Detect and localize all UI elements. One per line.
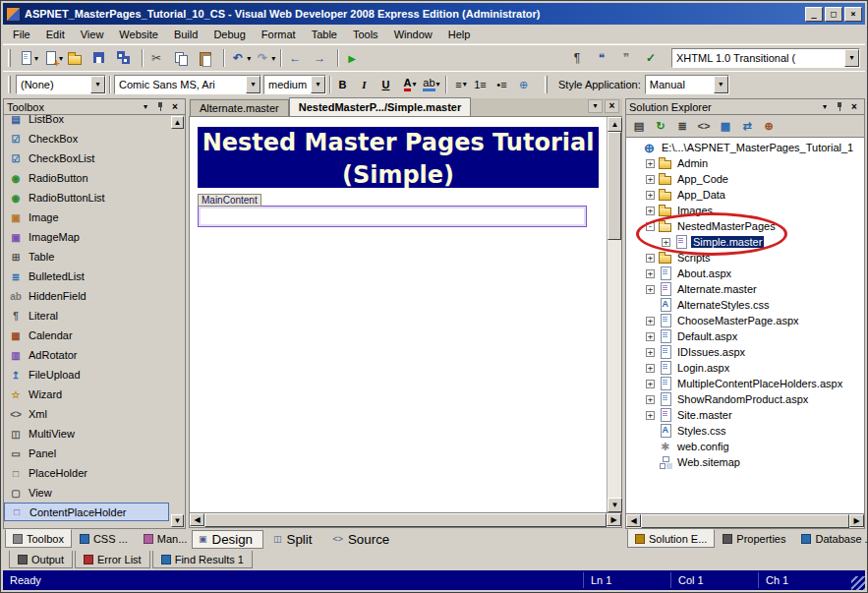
- design-view-button[interactable]: ▣Design: [192, 530, 263, 549]
- scrollbar-thumb[interactable]: [641, 514, 849, 528]
- auto-hide-button[interactable]: [833, 100, 846, 113]
- tree-item[interactable]: AlternateStyles.css: [626, 297, 864, 313]
- tree-item[interactable]: web.config: [626, 439, 864, 454]
- tab-solution-explorer[interactable]: Solution E...: [627, 529, 715, 548]
- view-code-button[interactable]: <>: [694, 117, 714, 136]
- menu-item[interactable]: Debug: [205, 27, 253, 42]
- page-banner[interactable]: Nested Master Pages Tutorial (Simple): [198, 127, 599, 188]
- close-button[interactable]: ×: [844, 7, 862, 22]
- split-view-button[interactable]: ◫Split: [266, 530, 322, 549]
- bold-button[interactable]: B: [334, 74, 356, 95]
- title-bar[interactable]: ASPNET_MasterPages_Tutorial_10_CS - Visu…: [3, 3, 865, 25]
- tab-toolbox[interactable]: Toolbox: [5, 529, 72, 548]
- expander-icon[interactable]: +: [662, 238, 670, 247]
- view-designer-button[interactable]: ▦: [716, 117, 735, 136]
- menu-item[interactable]: Website: [111, 27, 166, 42]
- target-rule-combo[interactable]: (None): [16, 75, 106, 94]
- design-surface[interactable]: Nested Master Pages Tutorial (Simple) Ma…: [190, 117, 607, 512]
- scroll-up-button[interactable]: [608, 117, 622, 132]
- toolbox-item[interactable]: ▢ View: [4, 483, 170, 503]
- toolbar-grip[interactable]: [8, 76, 11, 93]
- application-icon[interactable]: [6, 7, 21, 22]
- menu-item[interactable]: Tools: [345, 27, 386, 42]
- tree-item[interactable]: + Site.master: [626, 407, 864, 423]
- expander-icon[interactable]: +: [646, 285, 655, 294]
- paste-button[interactable]: [196, 47, 220, 69]
- menu-item[interactable]: Table: [304, 27, 345, 42]
- toolbox-item[interactable]: ◫ MultiView: [4, 424, 170, 444]
- scrollbar-thumb[interactable]: [204, 513, 607, 527]
- underline-button[interactable]: U: [377, 74, 399, 95]
- cut-button[interactable]: [146, 47, 171, 69]
- menu-item[interactable]: Build: [166, 27, 205, 42]
- hyperlink-button[interactable]: ⊕: [515, 74, 537, 95]
- expander-icon[interactable]: +: [646, 395, 655, 404]
- tree-item[interactable]: + App_Data: [626, 187, 864, 203]
- toolbox-item[interactable]: ▣ ImageMap: [4, 227, 170, 247]
- tree-item[interactable]: + Alternate.master: [626, 281, 864, 297]
- unordered-list-button[interactable]: •≡: [493, 74, 515, 95]
- expander-icon[interactable]: +: [646, 175, 655, 184]
- toolbox-item[interactable]: ☆ Wizard: [4, 385, 170, 404]
- redo-button[interactable]: [253, 47, 277, 69]
- tree-item[interactable]: + IDIssues.aspx: [626, 344, 864, 360]
- toolbox-item[interactable]: ▤ ListBox: [4, 115, 170, 129]
- scroll-down-button[interactable]: [171, 514, 184, 527]
- chevron-down-icon[interactable]: [714, 76, 728, 93]
- toolbox-item[interactable]: <> Xml: [4, 404, 170, 424]
- save-button[interactable]: [89, 47, 114, 69]
- toolbox-item[interactable]: ☑ CheckBox: [4, 129, 170, 148]
- alignment-button[interactable]: ≡: [450, 74, 472, 95]
- close-document-button[interactable]: [605, 99, 619, 113]
- tree-item[interactable]: + Simple.master: [626, 234, 864, 250]
- contentplaceholder-control[interactable]: MainContent: [198, 194, 587, 227]
- toolbox-item[interactable]: ▦ Calendar: [4, 326, 170, 345]
- expander-icon[interactable]: +: [646, 348, 655, 357]
- refresh-button[interactable]: ↻: [651, 117, 670, 136]
- toolbox-item[interactable]: ¶ Literal: [4, 306, 170, 326]
- tree-item[interactable]: - NestedMasterPages: [626, 218, 864, 234]
- toolbox-item[interactable]: ▥ AdRotator: [4, 345, 170, 365]
- source-view-button[interactable]: <>Source: [325, 530, 400, 549]
- navigate-forward-button[interactable]: [310, 47, 334, 69]
- tree-item[interactable]: + About.aspx: [626, 266, 864, 281]
- comment-button[interactable]: [592, 47, 616, 69]
- auto-hide-button[interactable]: [153, 100, 167, 113]
- tree-item[interactable]: + ChooseMasterPage.aspx: [626, 313, 864, 328]
- window-position-button[interactable]: [139, 100, 152, 113]
- font-family-combo[interactable]: Comic Sans MS, Ari: [114, 75, 261, 94]
- scroll-down-button[interactable]: [608, 498, 622, 512]
- chevron-down-icon[interactable]: [90, 76, 105, 93]
- tree-item[interactable]: + Scripts: [626, 250, 864, 266]
- tree-item[interactable]: + Login.aspx: [626, 360, 864, 376]
- copy-button[interactable]: [171, 47, 196, 69]
- tab-database-explorer[interactable]: Database ...: [793, 529, 868, 548]
- scroll-left-button[interactable]: [626, 514, 641, 527]
- toolbox-item[interactable]: ab HiddenField: [4, 286, 170, 306]
- tree-item[interactable]: + MultipleContentPlaceHolders.aspx: [626, 376, 864, 391]
- resize-grip[interactable]: [851, 576, 865, 590]
- tab-find-results[interactable]: Find Results 1: [152, 551, 253, 568]
- format-document-button[interactable]: [567, 47, 592, 69]
- close-button[interactable]: [847, 100, 861, 113]
- expander-icon[interactable]: +: [646, 207, 655, 215]
- contentplaceholder-region[interactable]: [198, 206, 587, 227]
- menu-item[interactable]: Help: [440, 27, 479, 42]
- expander-icon[interactable]: +: [646, 380, 655, 388]
- tree-item[interactable]: Web.sitemap: [626, 454, 864, 470]
- copy-website-button[interactable]: ⇄: [737, 117, 757, 136]
- tree-item[interactable]: Styles.css: [626, 423, 864, 439]
- minimize-button[interactable]: _: [805, 7, 823, 22]
- document-list-button[interactable]: [588, 99, 603, 113]
- toolbox-item[interactable]: ☑ CheckBoxList: [4, 148, 170, 168]
- chevron-down-icon[interactable]: [844, 49, 859, 67]
- document-tab[interactable]: Alternate.master: [190, 99, 289, 116]
- toolbox-item[interactable]: ◉ RadioButtonList: [4, 188, 170, 208]
- font-size-combo[interactable]: medium: [263, 75, 326, 94]
- expander-icon[interactable]: -: [646, 222, 655, 231]
- toolbar-grip[interactable]: [8, 49, 11, 67]
- scroll-right-button[interactable]: [607, 513, 621, 526]
- nest-related-files-button[interactable]: ≣: [672, 117, 692, 136]
- tree-item[interactable]: + App_Code: [626, 171, 864, 187]
- window-position-button[interactable]: [818, 100, 832, 113]
